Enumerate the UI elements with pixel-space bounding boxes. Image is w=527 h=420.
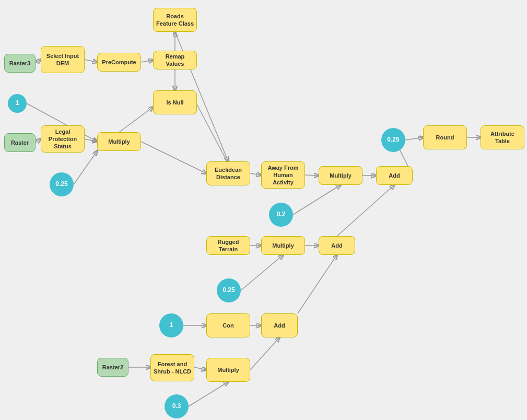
- node-label-away_from_human: Away From Human Activity: [264, 164, 302, 186]
- svg-line-0: [36, 60, 41, 63]
- svg-line-6: [36, 139, 41, 143]
- node-legal_protection[interactable]: Legal Protection Status: [41, 125, 85, 153]
- node-label-multiply_bot: Multiply: [217, 366, 239, 374]
- node-label-multiply_mid2: Multiply: [272, 242, 294, 249]
- svg-line-11: [141, 142, 206, 173]
- svg-line-14: [293, 185, 341, 215]
- node-attribute_table[interactable]: Attribute Table: [481, 125, 524, 149]
- node-is_null[interactable]: Is Null: [153, 90, 197, 114]
- node-label-is_null: Is Null: [166, 99, 183, 106]
- node-label-legal_protection: Legal Protection Status: [43, 128, 82, 150]
- node-label-circle1_top: 1: [16, 99, 19, 108]
- node-forest_shrub[interactable]: Forest and Shrub - NLCD: [150, 354, 194, 381]
- svg-line-20: [241, 255, 283, 290]
- node-circle_02[interactable]: 0.2: [269, 203, 293, 227]
- node-add_mid[interactable]: Add: [319, 236, 355, 255]
- node-label-circle_025_left: 0.25: [55, 180, 67, 189]
- node-add_bot[interactable]: Add: [261, 313, 298, 337]
- node-label-raster2: Raster2: [102, 364, 123, 371]
- node-label-roads_feature_class: Roads Feature Class: [156, 13, 194, 28]
- node-multiply_bot[interactable]: Multiply: [206, 358, 250, 382]
- node-label-select_input_dem: Select Input DEM: [43, 52, 82, 67]
- node-circle_1[interactable]: 1: [159, 313, 183, 337]
- svg-line-7: [85, 139, 97, 142]
- svg-line-25: [298, 255, 337, 313]
- node-label-multiply_left: Multiply: [108, 138, 130, 145]
- node-away_from_human[interactable]: Away From Human Activity: [261, 161, 305, 189]
- node-euclidean_distance[interactable]: Euclidean Distance: [206, 161, 250, 185]
- svg-line-10: [197, 104, 229, 165]
- node-label-add_mid: Add: [331, 242, 342, 249]
- node-label-attribute_table: Attribute Table: [483, 130, 522, 145]
- node-label-forest_shrub: Forest and Shrub - NLCD: [153, 360, 192, 376]
- node-label-circle_02: 0.2: [277, 211, 286, 219]
- node-label-add_top: Add: [389, 172, 400, 179]
- node-round[interactable]: Round: [423, 125, 467, 149]
- node-select_input_dem[interactable]: Select Input DEM: [41, 46, 85, 73]
- node-circle1_top[interactable]: 1: [8, 94, 27, 113]
- node-label-rugged_terrain: Rugged Terrain: [209, 238, 248, 253]
- node-add_top[interactable]: Add: [376, 166, 413, 185]
- svg-line-2: [141, 60, 153, 62]
- node-label-remap_values: Remap Values: [156, 53, 194, 68]
- node-label-raster3: Raster3: [9, 60, 30, 67]
- svg-line-22: [337, 185, 394, 236]
- node-label-round: Round: [436, 134, 454, 141]
- node-label-multiply_mid: Multiply: [330, 172, 352, 179]
- node-label-circle_025_right: 0.25: [387, 136, 399, 144]
- node-roads_feature_class[interactable]: Roads Feature Class: [153, 8, 197, 32]
- node-label-euclidean_distance: Euclidean Distance: [209, 166, 248, 181]
- node-circle_025_right[interactable]: 0.25: [381, 128, 405, 152]
- node-circle_03[interactable]: 0.3: [165, 394, 189, 418]
- node-multiply_left[interactable]: Multiply: [97, 132, 141, 151]
- node-label-precompute: PreCompute: [102, 59, 136, 66]
- node-remap_values[interactable]: Remap Values: [153, 51, 197, 69]
- svg-line-9: [119, 107, 153, 132]
- svg-line-28: [189, 382, 228, 406]
- svg-line-12: [250, 173, 261, 175]
- node-precompute[interactable]: PreCompute: [97, 53, 141, 72]
- node-label-circle_025_mid: 0.25: [222, 286, 235, 295]
- svg-line-8: [74, 151, 97, 184]
- node-multiply_mid2[interactable]: Multiply: [261, 236, 305, 255]
- node-label-circle_03: 0.3: [172, 402, 181, 411]
- workflow-canvas: Raster3Select Input DEMPreComputeRemap V…: [0, 0, 527, 420]
- node-raster2[interactable]: Raster2: [97, 358, 128, 377]
- svg-line-13: [305, 175, 319, 176]
- node-label-con: Con: [222, 322, 233, 329]
- node-con[interactable]: Con: [206, 313, 250, 337]
- node-raster3[interactable]: Raster3: [4, 54, 36, 73]
- node-label-circle_1: 1: [170, 321, 173, 330]
- node-multiply_mid[interactable]: Multiply: [319, 166, 362, 185]
- svg-line-29: [250, 337, 279, 370]
- node-circle_025_mid[interactable]: 0.25: [217, 278, 241, 302]
- node-label-raster: Raster: [11, 139, 29, 146]
- svg-line-27: [194, 367, 206, 370]
- node-rugged_terrain[interactable]: Rugged Terrain: [206, 236, 250, 255]
- svg-line-1: [85, 60, 97, 62]
- node-label-add_bot: Add: [274, 322, 285, 329]
- node-raster[interactable]: Raster: [4, 133, 36, 152]
- node-circle_025_left[interactable]: 0.25: [50, 172, 74, 196]
- svg-line-17: [405, 137, 423, 140]
